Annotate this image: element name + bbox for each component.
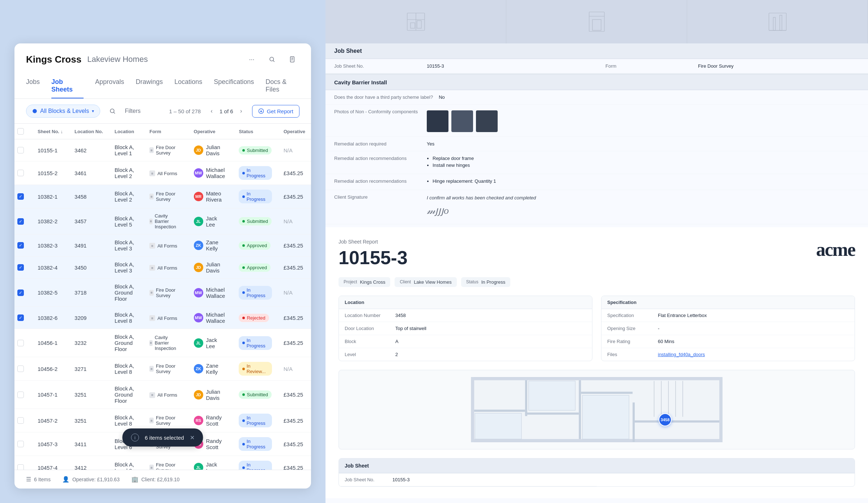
row-checkbox[interactable] [17, 340, 24, 346]
form-icon: ≡ [149, 392, 155, 398]
operative-inner: ZK Zane Kelly [194, 363, 227, 375]
operative-inner: MR Mateo Rivera [194, 190, 227, 203]
select-all-checkbox[interactable] [17, 128, 24, 135]
price-cell: £345.25 [278, 234, 311, 257]
sheet-no-cell: 10382-4 [32, 257, 69, 279]
svg-point-2 [33, 109, 37, 113]
tab-drawings[interactable]: Drawings [136, 74, 163, 98]
row-checkbox[interactable] [17, 289, 24, 296]
status-badge: Submitted [239, 217, 272, 225]
table-row[interactable]: 10382-2 3457 Block A, Level 5 ≡ Cavity B… [14, 208, 311, 234]
table-row[interactable]: 10457-4 3412 Block A, Level 8 ≡ Fire Doo… [14, 456, 311, 470]
floor-plan: 3458 [339, 370, 855, 449]
report-label: Job Sheet Report [339, 239, 408, 245]
acme-logo: acme [816, 239, 855, 260]
more-options-button[interactable]: ··· [244, 52, 259, 67]
row-checkbox[interactable] [17, 464, 24, 470]
row-checkbox[interactable] [17, 441, 24, 447]
status-dot [242, 393, 245, 396]
table-row[interactable]: 10457-1 3251 Block A, Ground Floor ≡ All… [14, 381, 311, 409]
pagination-controls: ‹ 1 of 6 › [207, 106, 246, 116]
prev-page-button[interactable]: ‹ [207, 106, 217, 116]
toast-close-button[interactable]: ✕ [190, 434, 195, 441]
svg-rect-10 [589, 12, 604, 31]
tab-jobs[interactable]: Jobs [26, 74, 40, 98]
export-button[interactable] [285, 52, 299, 67]
price-value: £345.25 [284, 392, 303, 398]
table-row[interactable]: 10382-1 3458 Block A, Level 2 ≡ Fire Doo… [14, 185, 311, 208]
status-cell: In Progress [233, 409, 278, 432]
row-checkbox[interactable] [17, 218, 24, 225]
row-checkbox[interactable] [17, 242, 24, 249]
toolbar-right: 1 – 50 of 278 ‹ 1 of 6 › Get Report [169, 105, 299, 118]
specification-section: Specification Specification Flat Entranc… [601, 296, 855, 361]
sheet-no-cell: 10382-1 [32, 185, 69, 208]
operative-inner: MW Michael Wallace [194, 167, 227, 179]
checkbox-cell [14, 432, 32, 456]
operative-inner: JL Jack Lee [194, 461, 227, 470]
checkbox-cell [14, 139, 32, 161]
next-page-button[interactable]: › [236, 106, 246, 116]
table-row[interactable]: 10382-4 3450 Block A, Level 3 ≡ All Form… [14, 257, 311, 279]
search-button[interactable] [265, 52, 279, 67]
form-cell: ≡ Fire Door Survey [144, 456, 188, 470]
status-dot [242, 291, 244, 294]
remedial-action-row: Remedial action required Yes [326, 137, 868, 151]
job-sheet-section-header: Job Sheet [326, 43, 868, 59]
get-report-button[interactable]: Get Report [252, 105, 299, 118]
row-checkbox[interactable] [17, 417, 24, 424]
status-cell: In Review... [233, 357, 278, 381]
svg-rect-13 [769, 13, 786, 30]
operative-name: Jack Lee [206, 215, 227, 228]
third-party-label: Does the door have a third party scheme … [334, 94, 433, 100]
status-dot [242, 195, 244, 198]
search-icon-button[interactable] [106, 105, 119, 118]
row-checkbox[interactable] [17, 147, 24, 153]
location-no-cell: 3412 [69, 456, 109, 470]
row-checkbox[interactable] [17, 314, 24, 321]
tab-docs-files[interactable]: Docs & Files [265, 74, 299, 98]
left-panel: Kings Cross Lakeview Homes ··· Jobs Job … [0, 0, 326, 503]
table-row[interactable]: 10155-2 3461 Block A, Level 2 ≡ All Form… [14, 161, 311, 185]
photos-row-container: Photos of Non - Conformity components [326, 105, 868, 137]
table-row[interactable]: 10382-3 3491 Block A, Level 3 ≡ All Form… [14, 234, 311, 257]
svg-rect-25 [525, 412, 579, 414]
tab-approvals[interactable]: Approvals [95, 74, 124, 98]
row-checkbox[interactable] [17, 170, 24, 176]
blocks-filter-button[interactable]: All Blocks & Levels ▾ [26, 105, 100, 118]
row-checkbox[interactable] [17, 264, 24, 271]
additional-rec-row: Remedial action recommendations Hinge re… [326, 174, 868, 190]
signature-image: 𝓂ȷȷȷo [427, 202, 536, 220]
row-checkbox[interactable] [17, 193, 24, 200]
sheet-no-cell: 10457-1 [32, 381, 69, 409]
svg-rect-23 [579, 380, 581, 439]
form-badge: ≡ All Forms [149, 170, 177, 176]
price-value: £345.25 [284, 170, 303, 176]
status-badge: In Progress [239, 166, 272, 180]
price-na: N/A [284, 147, 293, 153]
page-of: 1 of 6 [220, 108, 233, 114]
status-badge: Approved [239, 263, 271, 272]
price-value: £345.25 [284, 441, 303, 447]
tab-job-sheets[interactable]: Job Sheets [51, 74, 84, 98]
operative-inner: JL Jack Lee [194, 215, 227, 228]
recommendations-row: Remedial action recommendations Replace … [326, 151, 868, 174]
table-row[interactable]: 10382-5 3718 Block A, Ground Floor ≡ Fir… [14, 279, 311, 307]
floor-plan-svg [339, 370, 855, 449]
operative-name: Randy Scott [206, 414, 227, 427]
files-link[interactable]: installing_fd40a_doors [658, 352, 705, 357]
price-cell: £345.25 [278, 307, 311, 329]
tab-specifications[interactable]: Specifications [214, 74, 254, 98]
card-header: Kings Cross Lakeview Homes ··· Jobs Job … [14, 43, 311, 99]
table-row[interactable]: 10456-2 3271 Block A, Level 8 ≡ Fire Doo… [14, 357, 311, 381]
row-checkbox[interactable] [17, 392, 24, 398]
row-checkbox[interactable] [17, 365, 24, 372]
status-cell: In Progress [233, 185, 278, 208]
form-cell: ≡ Cavity Barrier Inspection [144, 329, 188, 357]
form-cell: ≡ All Forms [144, 307, 188, 329]
table-row[interactable]: 10155-1 3462 Block A, Level 1 ≡ Fire Doo… [14, 139, 311, 161]
table-row[interactable]: 10456-1 3232 Block A, Ground Floor ≡ Cav… [14, 329, 311, 357]
table-row[interactable]: 10382-6 3209 Block A, Level 8 ≡ All Form… [14, 307, 311, 329]
tab-locations[interactable]: Locations [174, 74, 202, 98]
status-badge: In Progress [239, 190, 272, 203]
